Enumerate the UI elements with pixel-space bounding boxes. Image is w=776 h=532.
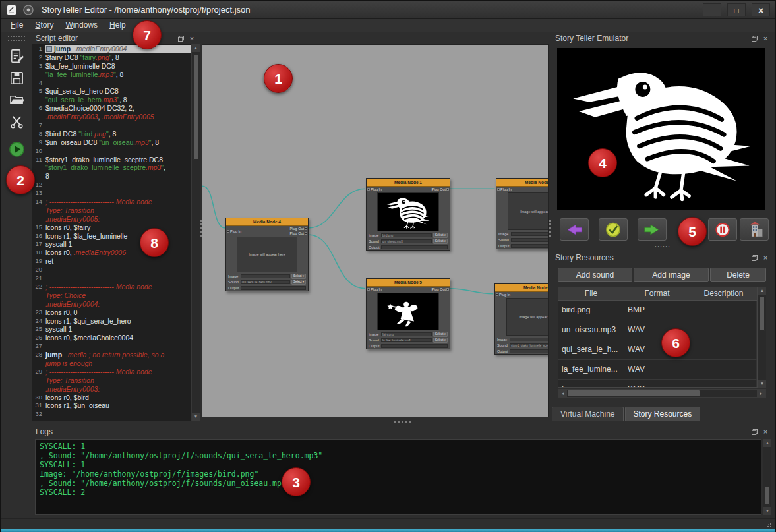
run-button[interactable] [7, 139, 26, 159]
code-line: 13 [32, 189, 191, 198]
resources-header: Story Resources × [552, 252, 773, 264]
code-line: 3$la_fee_luminelle DC8 [32, 62, 191, 71]
plug-out[interactable]: Plug Out [432, 287, 449, 291]
table-vertical-scrollbar[interactable]: ▲ ▼ [758, 287, 766, 388]
code-line: 30lcons r0, $bird [32, 394, 191, 402]
delete-button[interactable]: Delete [710, 268, 766, 282]
tab-story-resources[interactable]: Story Resources [625, 407, 701, 421]
resource-row[interactable]: la_fee_lumine...WAV [558, 360, 757, 380]
open-button[interactable] [7, 90, 26, 109]
code-line: 9$un_oiseau DC8 "un_oiseau.mp3", 8 [32, 138, 191, 147]
tab-virtual-machine[interactable]: Virtual Machine [552, 407, 624, 421]
plug-out[interactable]: Plug Out [290, 231, 307, 235]
column-header-format[interactable]: Format [624, 287, 690, 300]
save-button[interactable] [7, 68, 26, 88]
select-sound-button[interactable]: Select ▾ [291, 280, 306, 285]
splitter-handle[interactable] [549, 220, 551, 237]
code-line: 28jump .media ; no return possible, so a [32, 351, 191, 359]
close-icon[interactable]: × [761, 428, 770, 436]
scroll-up-icon[interactable]: ▲ [763, 439, 771, 447]
media-node[interactable]: Media Node 2Plug InPlug OutImage will ap… [496, 178, 549, 249]
scroll-down-icon[interactable]: ▼ [758, 380, 766, 388]
log-output[interactable]: SYSCALL: 1, Sound: "/home/anthony/ostpro… [35, 439, 761, 515]
close-icon[interactable]: × [761, 254, 770, 262]
emulator-title: Story Teller Emulator [555, 34, 628, 43]
select-sound-button[interactable]: Select ▾ [433, 338, 448, 343]
plug-in[interactable]: Plug In [497, 187, 512, 191]
resource-cell: fairy.png [558, 380, 624, 388]
minimize-button[interactable]: — [703, 3, 721, 16]
menu-windows[interactable]: Windows [59, 19, 104, 32]
code-line: 1jump .mediaEntry0004 [32, 45, 191, 53]
resource-row[interactable]: fairy.pngBMP [558, 380, 757, 388]
scroll-left-icon[interactable]: ◄ [558, 390, 567, 397]
select-image-button[interactable]: Select ▾ [433, 233, 448, 238]
forward-button[interactable] [638, 218, 667, 241]
sound-value: un_oiseau.mp3 [381, 239, 432, 243]
code-area[interactable]: 1jump .mediaEntry00042$fairy DC8 "fairy.… [32, 44, 191, 421]
media-node[interactable]: Media Node 1Plug InPlug Out Imagebird.pn… [366, 178, 450, 251]
resource-row[interactable]: bird.pngBMP [558, 301, 757, 320]
node-graph-canvas[interactable]: Media Node 4Plug InPlug OutPlug OutImage… [202, 44, 549, 417]
resource-cell [690, 360, 757, 379]
code-line: 26lcons r0, $mediaChoice0004 [32, 334, 191, 342]
menu-story[interactable]: Story [29, 19, 59, 32]
select-image-button[interactable]: Select ▾ [433, 332, 448, 337]
cut-button[interactable] [7, 111, 26, 131]
home-button[interactable] [740, 218, 769, 241]
column-header-file[interactable]: File [558, 287, 624, 300]
undock-icon[interactable] [176, 34, 185, 43]
resize-grip[interactable] [765, 521, 772, 528]
undock-icon[interactable] [750, 34, 759, 43]
media-node[interactable]: Media Node 3Plug InPlug OutImage will ap… [494, 283, 549, 355]
code-line: 29; ---------------------------- Media n… [32, 368, 191, 376]
splitter-handle[interactable] [394, 421, 411, 423]
splitter-handle[interactable]: ······ [552, 398, 773, 404]
logs-scrollbar[interactable]: ▲ ▼ [763, 439, 771, 515]
media-node[interactable]: Media Node 5Plug InPlug Out Imagefairy.p… [366, 278, 450, 349]
undock-icon[interactable] [750, 254, 759, 262]
plug-in[interactable]: Plug In [367, 187, 382, 191]
close-button[interactable]: × [752, 3, 770, 16]
green-right-arrow-icon [642, 222, 662, 238]
pause-button[interactable] [708, 218, 737, 241]
scroll-down-icon[interactable]: ▼ [192, 413, 200, 421]
add-image-button[interactable]: Add image [634, 268, 709, 282]
code-line: 7 [32, 121, 191, 130]
image-value: fairy.png [381, 332, 432, 336]
add-sound-button[interactable]: Add sound [558, 268, 632, 282]
confirm-button[interactable] [599, 218, 628, 241]
menu-file[interactable]: File [5, 19, 29, 32]
scroll-up-icon[interactable]: ▲ [192, 44, 200, 52]
media-node[interactable]: Media Node 4Plug InPlug OutPlug OutImage… [225, 218, 309, 291]
table-horizontal-scrollbar[interactable]: ◄ ► [558, 389, 766, 398]
node-plugs: Plug InPlug Out [367, 287, 450, 292]
plug-out[interactable]: Plug Out [432, 187, 449, 191]
script-scrollbar[interactable]: ▲ ▼ [191, 44, 200, 421]
splitter-handle[interactable]: ······ [552, 243, 773, 249]
select-sound-button[interactable]: Select ▾ [433, 239, 448, 244]
maximize-button[interactable]: □ [727, 3, 746, 16]
select-image-button[interactable]: Select ▾ [291, 274, 306, 279]
plug-in[interactable]: Plug In [496, 293, 510, 297]
menu-help[interactable]: Help [104, 19, 132, 32]
scroll-down-icon[interactable]: ▼ [763, 507, 771, 515]
scroll-right-icon[interactable]: ► [757, 390, 765, 397]
plug-in[interactable]: Plug In [367, 287, 382, 291]
resource-cell: BMP [624, 380, 690, 388]
resource-cell: qui_sera_le_h... [558, 340, 624, 359]
close-icon[interactable]: × [761, 34, 770, 43]
plug-in[interactable]: Plug In [227, 227, 241, 235]
splitter-handle[interactable] [200, 220, 202, 237]
resource-row[interactable]: qui_sera_le_h...WAV [558, 340, 757, 360]
code-line: 24lcons r1, $qui_sera_le_hero [32, 317, 191, 326]
new-script-button[interactable] [7, 46, 26, 66]
back-button[interactable] [560, 218, 589, 241]
column-header-description[interactable]: Description [690, 287, 757, 300]
undock-icon[interactable] [750, 428, 759, 436]
close-icon[interactable]: × [187, 34, 196, 43]
scroll-up-icon[interactable]: ▲ [758, 287, 766, 295]
resource-row[interactable]: un_oiseau.mp3WAV [558, 320, 757, 340]
toolbar-drag-handle[interactable] [8, 36, 25, 41]
plug-out[interactable]: Plug Out [290, 227, 307, 231]
